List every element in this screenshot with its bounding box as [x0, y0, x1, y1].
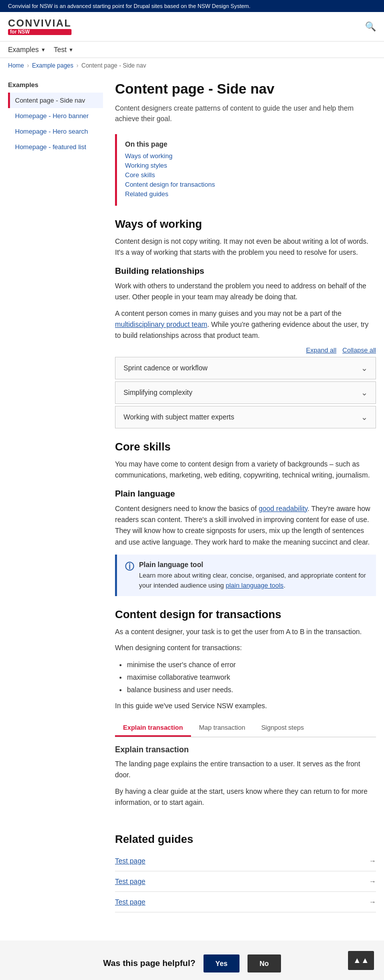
section-transactions-heading: Content design for transactions — [115, 608, 376, 621]
info-icon: ⓘ — [125, 561, 134, 590]
section-plain-p: Content designers need to know the basic… — [115, 503, 376, 548]
tab-signpost-steps[interactable]: Signpost steps — [253, 720, 312, 737]
arrow-right-icon: → — [369, 857, 376, 865]
section-transactions-p1: As a content designer, your task is to g… — [115, 626, 376, 637]
page-subtitle: Content designers create patterns of con… — [115, 103, 376, 124]
section-building-p2: A content person comes in many guises an… — [115, 308, 376, 341]
bullet-item: minimise the user's chance of error — [127, 659, 376, 671]
section-core-p: You may have come to content design from… — [115, 458, 376, 481]
search-icon: 🔍 — [365, 22, 376, 32]
on-this-page-box: On this page Ways of working Working sty… — [115, 134, 376, 206]
content-area: Content page - Side nav Content designer… — [115, 73, 376, 924]
chevron-down-icon: ▼ — [40, 47, 46, 53]
section-building-p1: Work with others to understand the probl… — [115, 280, 376, 303]
guide-link-1[interactable]: Test page — [115, 857, 146, 865]
bullet-item: maximise collaborative teamwork — [127, 671, 376, 684]
guide-link-3[interactable]: Test page — [115, 898, 146, 906]
info-box-text: Learn more about writing clear, concise,… — [139, 571, 368, 590]
helpful-box: Was this page helpful? Yes No — [0, 940, 384, 980]
chevron-down-icon: ⌄ — [361, 363, 368, 373]
sidebar-item-featured-list[interactable]: Homepage - featured list — [8, 139, 103, 155]
section-core-heading: Core skills — [115, 440, 376, 453]
chevron-down-icon: ⌄ — [361, 388, 368, 397]
arrow-right-icon: → — [369, 898, 376, 906]
section-transactions-p3: In this guide we've used Service NSW exa… — [115, 700, 376, 711]
accordion-simplifying[interactable]: Simplifying complexity ⌄ — [115, 381, 376, 404]
breadcrumb-current: Content page - Side nav — [82, 62, 146, 69]
tab-content-title: Explain transaction — [115, 745, 376, 754]
breadcrumb: Home › Example pages › Content page - Si… — [0, 58, 384, 73]
info-box: ⓘ Plain language tool Learn more about w… — [115, 555, 376, 596]
banner-text: Convivial for NSW is an advanced startin… — [8, 3, 250, 9]
transactions-bullet-list: minimise the user's chance of error maxi… — [127, 659, 376, 697]
search-button[interactable]: 🔍 — [365, 21, 376, 32]
nav-examples[interactable]: Examples ▼ — [8, 46, 46, 54]
header: CONVIVIAL for NSW 🔍 — [0, 12, 384, 42]
tab-explain-transaction[interactable]: Explain transaction — [115, 720, 191, 737]
accordion-subject[interactable]: Working with subject matter experts ⌄ — [115, 406, 376, 428]
breadcrumb-sep: › — [27, 62, 29, 69]
on-this-page-link-ways[interactable]: Ways of working — [125, 152, 368, 160]
sidebar-item-hero-banner[interactable]: Homepage - Hero banner — [8, 108, 103, 124]
page-title: Content page - Side nav — [115, 81, 376, 97]
logo-sub: for NSW — [8, 29, 72, 35]
on-this-page-link-guides[interactable]: Related guides — [125, 190, 368, 198]
chevron-down-icon: ▼ — [68, 47, 74, 53]
plain-language-tools-link[interactable]: plain language tools — [226, 582, 284, 589]
collapse-all-link[interactable]: Collapse all — [342, 346, 376, 354]
multidisciplinary-link[interactable]: multidisciplinary product team — [115, 320, 207, 328]
breadcrumb-sep: › — [76, 62, 78, 69]
info-box-content: Plain language tool Learn more about wri… — [139, 561, 368, 590]
bullet-item: balance business and user needs. — [127, 684, 376, 696]
guide-link-item: Test page → — [115, 871, 376, 892]
section-ways-heading: Ways of working — [115, 218, 376, 231]
good-readability-link[interactable]: good readability — [258, 505, 308, 513]
tab-content-explain: Explain transaction The landing page exp… — [115, 737, 376, 821]
info-box-title: Plain language tool — [139, 561, 368, 569]
expand-all-link[interactable]: Expand all — [306, 346, 336, 354]
tab-content-p1: The landing page explains the entire tra… — [115, 758, 376, 781]
nav-bar: Examples ▼ Test ▼ — [0, 42, 384, 58]
accordion-sprint[interactable]: Sprint cadence or workflow ⌄ — [115, 357, 376, 379]
top-banner: Convivial for NSW is an advanced startin… — [0, 0, 384, 12]
section-plain-heading: Plain language — [115, 489, 376, 499]
breadcrumb-home[interactable]: Home — [8, 62, 24, 69]
on-this-page-link-core[interactable]: Core skills — [125, 171, 368, 179]
chevron-down-icon: ⌄ — [361, 412, 368, 422]
sidebar-item-hero-search[interactable]: Homepage - Hero search — [8, 124, 103, 139]
breadcrumb-example-pages[interactable]: Example pages — [32, 62, 74, 69]
scroll-to-top[interactable]: ▲▲ — [348, 951, 374, 970]
section-building-heading: Building relationships — [115, 266, 376, 276]
on-this-page-link-transactions[interactable]: Content design for transactions — [125, 181, 368, 188]
arrow-right-icon: → — [369, 877, 376, 885]
sidebar-item-content-page[interactable]: Content page - Side nav — [8, 93, 103, 108]
guide-link-2[interactable]: Test page — [115, 877, 146, 885]
accordion-simplifying-label: Simplifying complexity — [124, 388, 192, 396]
tabs-row: Explain transaction Map transaction Sign… — [115, 720, 376, 737]
sidebar: Examples Content page - Side nav Homepag… — [8, 73, 103, 924]
accordion-sprint-label: Sprint cadence or workflow — [124, 364, 208, 372]
sidebar-title: Examples — [8, 81, 103, 89]
on-this-page-link-styles[interactable]: Working styles — [125, 162, 368, 169]
guide-link-item: Test page → — [115, 892, 376, 912]
logo-text: CONVIVIAL — [8, 18, 72, 28]
tab-content-p2: By having a clear guide at the start, us… — [115, 786, 376, 808]
expand-collapse-row: Expand all Collapse all — [115, 346, 376, 354]
helpful-question: Was this page helpful? — [103, 958, 196, 968]
nav-examples-label: Examples — [8, 46, 38, 54]
section-related-heading: Related guides — [115, 833, 376, 846]
no-button[interactable]: No — [248, 954, 281, 972]
accordion-subject-label: Working with subject matter experts — [124, 413, 234, 421]
section-ways-p: Content design is not copy writing. It m… — [115, 236, 376, 258]
guide-link-item: Test page → — [115, 851, 376, 871]
nav-test[interactable]: Test ▼ — [54, 46, 74, 54]
logo[interactable]: CONVIVIAL for NSW — [8, 18, 72, 35]
main-layout: Examples Content page - Side nav Homepag… — [0, 73, 384, 924]
on-this-page-title: On this page — [125, 140, 368, 148]
tabs-container: Explain transaction Map transaction Sign… — [115, 720, 376, 821]
section-transactions-p2: When designing content for transactions: — [115, 642, 376, 653]
nav-test-label: Test — [54, 46, 66, 54]
yes-button[interactable]: Yes — [204, 954, 240, 972]
tab-map-transaction[interactable]: Map transaction — [191, 720, 254, 737]
